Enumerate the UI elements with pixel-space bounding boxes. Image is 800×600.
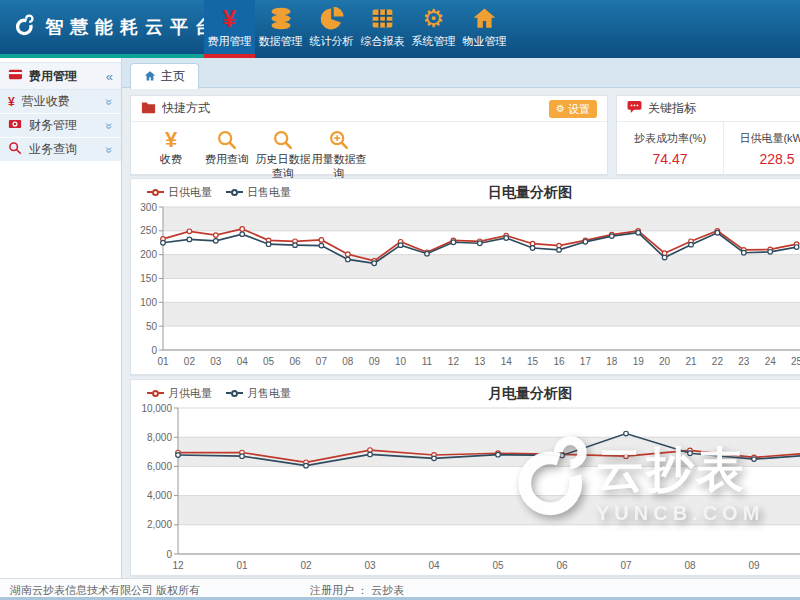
svg-text:21: 21 bbox=[685, 356, 697, 367]
search-icon bbox=[255, 127, 311, 151]
yen-icon: ¥ bbox=[8, 95, 15, 109]
shortcut-fee-query[interactable]: 费用查询 bbox=[199, 127, 255, 181]
metric-meter-reading-success-rate: 抄表成功率(%) 74.47 bbox=[617, 122, 724, 175]
svg-text:16: 16 bbox=[553, 356, 565, 367]
svg-text:300: 300 bbox=[140, 203, 157, 213]
nav-item-fee-management[interactable]: ¥ 费用管理 bbox=[204, 0, 255, 58]
monthly-chart-legend-row: 月供电量 月售电量 月电量分析图 bbox=[135, 382, 800, 404]
chevron-down-icon: » bbox=[103, 98, 117, 105]
monthly-chart-plot: 02,0004,0006,0008,00010,0001201020304050… bbox=[135, 404, 800, 576]
svg-text:07: 07 bbox=[620, 560, 632, 571]
svg-text:2,000: 2,000 bbox=[147, 519, 172, 530]
nav-item-system[interactable]: ⚙ 系统管理 bbox=[408, 0, 459, 58]
svg-text:22: 22 bbox=[712, 356, 724, 367]
sidebar-item-finance-management[interactable]: 财务管理 » bbox=[0, 114, 121, 138]
app-root: 智慧能耗云平台 ¥ 费用管理 数据管理 bbox=[0, 0, 800, 600]
svg-text:01: 01 bbox=[236, 560, 248, 571]
svg-text:10: 10 bbox=[395, 356, 407, 367]
chevron-down-icon: » bbox=[103, 122, 117, 129]
svg-text:09: 09 bbox=[748, 560, 760, 571]
key-indicators-header: 关键指标 bbox=[617, 96, 800, 122]
nav-item-reports[interactable]: 综合报表 bbox=[357, 0, 408, 58]
svg-text:02: 02 bbox=[300, 560, 312, 571]
yen-icon: ¥ bbox=[143, 127, 199, 151]
svg-text:08: 08 bbox=[342, 356, 354, 367]
svg-text:05: 05 bbox=[263, 356, 275, 367]
key-indicators-title: 关键指标 bbox=[648, 100, 696, 117]
page-footer: 湖南云抄表信息技术有限公司 版权所有 注册用户 ： 云抄表 bbox=[0, 578, 800, 600]
svg-text:24: 24 bbox=[765, 356, 777, 367]
svg-text:06: 06 bbox=[556, 560, 568, 571]
svg-text:11: 11 bbox=[422, 356, 433, 367]
daily-chart-legend-row: 日供电量 日售电量 日电量分析图 bbox=[135, 181, 800, 203]
sidebar-item-business-query[interactable]: 业务查询 » bbox=[0, 138, 121, 162]
monthly-chart-title: 月电量分析图 bbox=[135, 385, 800, 403]
metric-daily-power-supply: 日供电量(kWH) 228.5 bbox=[724, 122, 800, 175]
svg-text:0: 0 bbox=[166, 549, 172, 560]
daily-chart-title: 日电量分析图 bbox=[135, 184, 800, 202]
svg-text:14: 14 bbox=[501, 356, 513, 367]
tab-home[interactable]: 主页 bbox=[130, 63, 199, 89]
top-header: 智慧能耗云平台 ¥ 费用管理 数据管理 bbox=[0, 0, 800, 58]
svg-text:07: 07 bbox=[316, 356, 328, 367]
svg-text:50: 50 bbox=[146, 321, 158, 332]
daily-electricity-chart-panel: 日供电量 日售电量 日电量分析图 05010015020025030001020… bbox=[130, 178, 800, 375]
quick-actions-panel: 快捷方式 ⚙ 设置 ¥ 收费 费用查询 bbox=[130, 95, 608, 175]
sidebar-collapse-icon[interactable]: « bbox=[106, 69, 113, 84]
svg-text:8,000: 8,000 bbox=[147, 432, 172, 443]
content-tabbar: 主页 bbox=[122, 58, 800, 88]
svg-text:04: 04 bbox=[428, 560, 440, 571]
banknote-icon bbox=[8, 117, 22, 135]
search-icon bbox=[199, 127, 255, 151]
svg-text:100: 100 bbox=[140, 297, 157, 308]
svg-text:12: 12 bbox=[448, 356, 460, 367]
gear-icon: ⚙ bbox=[556, 104, 565, 114]
app-logo: 智慧能耗云平台 bbox=[14, 0, 220, 54]
svg-text:13: 13 bbox=[474, 356, 486, 367]
app-title: 智慧能耗云平台 bbox=[45, 15, 220, 39]
chevron-down-icon: » bbox=[103, 146, 117, 153]
shortcuts-row: ¥ 收费 费用查询 历史日数据查 bbox=[131, 122, 607, 181]
sidebar-title: 费用管理 bbox=[29, 68, 100, 85]
svg-text:250: 250 bbox=[140, 225, 157, 236]
sidebar-header-fee-management: 费用管理 « bbox=[0, 62, 121, 90]
database-icon bbox=[255, 0, 306, 32]
pie-chart-icon bbox=[306, 0, 357, 32]
credit-card-icon bbox=[8, 67, 23, 86]
quick-actions-header: 快捷方式 ⚙ 设置 bbox=[131, 96, 607, 122]
search-icon bbox=[8, 141, 22, 159]
svg-text:03: 03 bbox=[364, 560, 376, 571]
nav-item-property[interactable]: 物业管理 bbox=[459, 0, 510, 58]
svg-text:04: 04 bbox=[237, 356, 249, 367]
svg-text:05: 05 bbox=[492, 560, 504, 571]
svg-text:200: 200 bbox=[140, 249, 157, 260]
svg-text:15: 15 bbox=[527, 356, 539, 367]
crescent-cloud-logo-icon bbox=[14, 13, 36, 41]
svg-text:03: 03 bbox=[210, 356, 222, 367]
settings-button[interactable]: ⚙ 设置 bbox=[549, 100, 597, 118]
svg-text:12: 12 bbox=[172, 560, 184, 571]
svg-text:01: 01 bbox=[157, 356, 169, 367]
nav-item-data-management[interactable]: 数据管理 bbox=[255, 0, 306, 58]
svg-text:4,000: 4,000 bbox=[147, 490, 172, 501]
svg-text:17: 17 bbox=[580, 356, 592, 367]
sidebar: 费用管理 « ¥ 营业收费 » 财务管理 » bbox=[0, 58, 122, 578]
svg-text:08: 08 bbox=[684, 560, 696, 571]
nav-item-statistics[interactable]: 统计分析 bbox=[306, 0, 357, 58]
gear-icon: ⚙ bbox=[408, 0, 459, 32]
zoom-in-icon bbox=[311, 127, 367, 151]
shortcut-charging[interactable]: ¥ 收费 bbox=[143, 127, 199, 181]
svg-text:23: 23 bbox=[738, 356, 750, 367]
footer-copyright: 湖南云抄表信息技术有限公司 版权所有 bbox=[10, 583, 200, 598]
yen-icon: ¥ bbox=[204, 0, 255, 32]
sidebar-item-business-charging[interactable]: ¥ 营业收费 » bbox=[0, 90, 121, 114]
metrics-row: 抄表成功率(%) 74.47 日供电量(kWH) 228.5 bbox=[617, 122, 800, 175]
svg-text:06: 06 bbox=[289, 356, 301, 367]
svg-text:0: 0 bbox=[151, 345, 157, 356]
svg-text:09: 09 bbox=[369, 356, 381, 367]
shortcut-usage-data-query[interactable]: 用量数据查询 bbox=[311, 127, 367, 181]
svg-text:02: 02 bbox=[184, 356, 196, 367]
svg-text:25: 25 bbox=[791, 356, 800, 367]
shortcut-history-daily-data-query[interactable]: 历史日数据查询 bbox=[255, 127, 311, 181]
speech-bubble-icon bbox=[627, 100, 642, 118]
